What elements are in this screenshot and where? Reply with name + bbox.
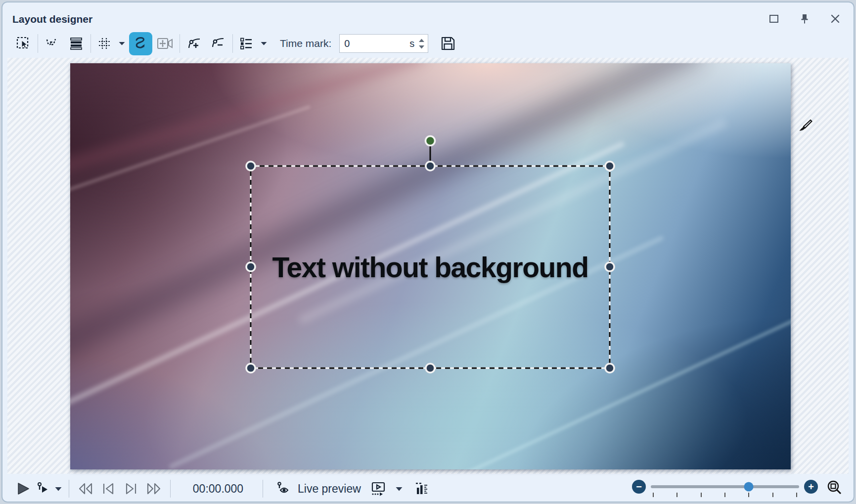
skip-to-start-button[interactable] — [98, 479, 119, 499]
zoom-out-icon: − — [636, 482, 642, 492]
live-preview-eye-icon — [276, 481, 291, 496]
spinner-up-icon[interactable] — [418, 39, 425, 42]
window-controls — [767, 12, 842, 25]
zoom-fit-button[interactable] — [826, 479, 844, 497]
remove-curve-point-button[interactable] — [207, 33, 229, 54]
camera-pan-button[interactable] — [154, 33, 176, 54]
save-icon — [440, 36, 456, 51]
transport-bar: 00:00.000 Live preview — [12, 476, 844, 502]
spinner-down-icon[interactable] — [418, 45, 425, 49]
layout-designer-window: Layout designer — [0, 0, 856, 504]
toolbar: Time mark: s — [12, 31, 458, 56]
play-button[interactable] — [12, 479, 33, 499]
close-icon — [830, 13, 841, 24]
canvas-workspace[interactable]: Text without background — [7, 58, 849, 474]
zoom-slider-tick — [653, 493, 654, 497]
zoom-slider-tick — [676, 493, 677, 497]
preview-window-icon — [370, 481, 386, 496]
draw-motion-curve-button[interactable] — [129, 32, 152, 55]
time-display: 00:00.000 — [185, 482, 251, 496]
layout-preview-image[interactable]: Text without background — [70, 63, 791, 469]
render-stats-icon — [415, 481, 429, 496]
zoom-slider-ticks — [653, 493, 797, 497]
zoom-in-icon: + — [808, 482, 814, 492]
dropdown-icon — [118, 41, 126, 46]
zoom-slider — [651, 479, 799, 499]
brush-icon[interactable] — [798, 119, 812, 134]
play-from-marker-button[interactable] — [35, 479, 52, 499]
window-title: Layout designer — [12, 13, 92, 25]
curve-select-icon — [45, 36, 60, 51]
select-tool-button[interactable] — [12, 33, 34, 54]
play-from-marker-icon — [37, 482, 50, 496]
add-point-icon — [187, 36, 202, 51]
select-tool-icon — [16, 36, 31, 51]
toolbar-divider — [180, 34, 180, 53]
element-list-button[interactable] — [236, 33, 256, 54]
play-icon — [15, 481, 30, 496]
grid-icon — [97, 37, 111, 50]
time-mark-spinner — [418, 39, 428, 49]
transport-divider — [170, 480, 171, 498]
select-curve-points-button[interactable] — [42, 33, 63, 54]
pin-icon — [799, 13, 811, 25]
zoom-control: − + — [632, 479, 844, 499]
zoom-out-button[interactable]: − — [632, 480, 646, 494]
zoom-slider-tick — [796, 493, 797, 497]
s-curve-icon — [133, 36, 149, 51]
maximize-icon — [768, 13, 779, 24]
time-mark-unit: s — [409, 38, 414, 49]
fast-forward-icon — [146, 482, 162, 495]
save-layout-button[interactable] — [438, 33, 458, 54]
camera-pan-icon — [157, 37, 174, 50]
element-list-dropdown[interactable] — [258, 33, 269, 54]
grid-snap-button[interactable] — [94, 33, 114, 54]
dropdown-icon — [260, 41, 268, 46]
preview-in-window-button[interactable] — [370, 479, 387, 499]
zoom-slider-tick — [724, 493, 725, 497]
grid-snap-dropdown[interactable] — [116, 33, 127, 54]
zoom-slider-tick — [701, 493, 702, 497]
toolbar-divider — [38, 34, 38, 53]
dropdown-icon — [395, 486, 403, 492]
selected-text-element[interactable]: Text without background — [251, 166, 610, 368]
play-mode-dropdown[interactable] — [54, 478, 63, 500]
time-mark-spinbox: s — [339, 34, 428, 53]
layers-icon — [69, 37, 83, 50]
transport-divider — [263, 480, 263, 498]
rewind-icon — [78, 482, 93, 495]
skip-end-icon — [124, 482, 138, 495]
close-button[interactable] — [829, 12, 842, 25]
add-curve-point-button[interactable] — [183, 33, 205, 54]
dropdown-icon — [54, 486, 62, 492]
toolbar-divider — [232, 34, 233, 53]
skip-start-icon — [101, 482, 115, 495]
toolbar-divider — [90, 34, 91, 53]
maximize-button[interactable] — [767, 12, 780, 25]
live-preview-label: Live preview — [298, 482, 361, 496]
time-mark-label: Time mark: — [280, 38, 331, 49]
zoom-slider-tick — [748, 493, 749, 497]
zoom-in-button[interactable]: + — [804, 480, 818, 494]
zoom-fit-icon — [826, 479, 843, 496]
list-icon — [239, 37, 253, 50]
window-frame: Layout designer — [1, 1, 855, 503]
time-mark-input[interactable] — [340, 38, 409, 49]
fast-forward-button[interactable] — [143, 479, 164, 499]
title-bar: Layout designer — [2, 2, 854, 30]
layer-order-button[interactable] — [65, 33, 87, 54]
skip-to-end-button[interactable] — [121, 479, 141, 499]
live-preview-button[interactable] — [275, 479, 292, 499]
rotation-handle[interactable] — [426, 136, 435, 146]
pin-button[interactable] — [798, 12, 811, 25]
zoom-slider-thumb[interactable] — [744, 482, 754, 492]
remove-point-icon — [211, 36, 225, 51]
transport-divider — [69, 480, 69, 498]
rewind-button[interactable] — [75, 479, 96, 499]
zoom-slider-track[interactable] — [651, 485, 799, 488]
render-stats-button[interactable] — [413, 479, 430, 499]
preview-options-dropdown[interactable] — [395, 478, 404, 500]
zoom-slider-tick — [772, 493, 773, 497]
